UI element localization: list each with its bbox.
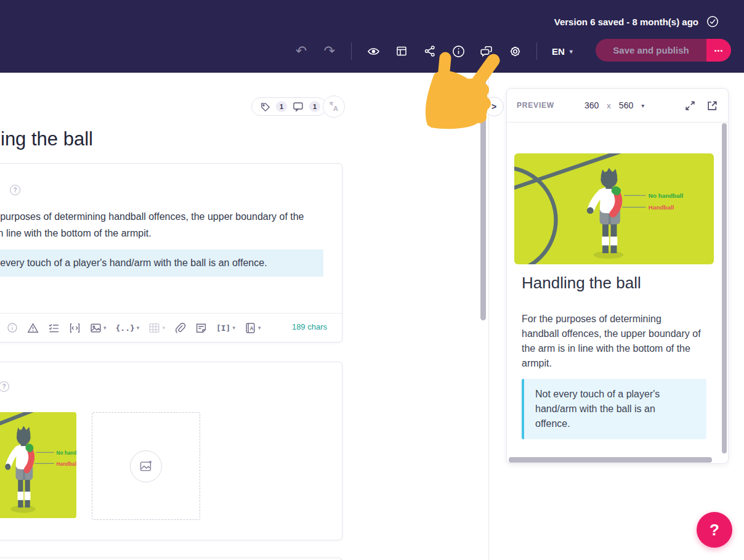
slide-paragraph: For the purposes of determining handball… [522,312,701,371]
character-count: 189 chars [292,322,327,331]
slide-meta-pill: 1 1 [251,97,327,116]
slide-callout-line: offence. [535,416,706,431]
text-block-card: ? For the purposes of determining handba… [0,163,342,343]
preview-size-selector[interactable]: 360 x 560 ▾ [584,100,644,110]
slide-paragraph-line: For the purposes of determining [522,312,701,327]
chevron-down-icon: ▾ [162,325,165,331]
toolbar-divider [536,43,537,60]
chevron-down-icon: ▾ [103,325,107,331]
preview-height: 560 [619,100,633,110]
redo-icon[interactable]: ↷ [323,44,336,58]
preview-horizontal-scrollbar[interactable] [509,457,712,463]
main-scrollbar[interactable] [480,76,486,320]
image-icon [139,460,153,473]
comment-icon[interactable] [291,100,305,113]
brackets-icon: [I] [216,323,230,333]
slide-image: No handball Handball [514,153,714,264]
checklist-icon[interactable] [48,322,60,334]
handball-label: Handball [649,204,674,211]
size-separator: x [607,101,611,110]
glossary-book-button[interactable]: A ▾ [245,322,261,334]
field-help-icon[interactable]: ? [0,381,9,392]
comments-icon[interactable] [480,44,493,58]
note-icon[interactable] [195,322,207,334]
translate-icon: A [333,105,338,112]
version-status: Version 6 saved - 8 month(s) ago [554,15,719,28]
chevron-down-icon: ▾ [570,48,573,55]
language-code: EN [552,46,565,57]
highlight-block[interactable]: Not every touch of a player's hand/arm w… [0,250,323,277]
image-upload-circle[interactable] [130,450,162,482]
more-actions-button[interactable]: ••• [706,39,731,62]
editor-footer-toolbar: ▾ {..} ▾ ▾ [I] ▾ A ▾ 18 [0,313,342,342]
warning-icon[interactable] [27,322,39,334]
chevron-right-icon: > [491,102,496,112]
slide-callout-line: hand/arm with the ball is an [535,402,706,416]
image-thumbnail[interactable]: No handball Handball [0,412,76,518]
slide-paragraph-line: the arm is in line with the bottom of th… [522,341,701,356]
version-status-text: Version 6 saved - 8 month(s) ago [554,17,698,27]
info-icon[interactable] [451,44,465,58]
toolbar-divider [351,43,352,60]
next-block-card-edge [0,558,342,560]
attachment-icon[interactable] [174,322,186,334]
comment-count-badge: 1 [309,101,320,112]
top-bar: Version 6 saved - 8 month(s) ago ↶ ↷ [0,0,744,73]
chevron-down-icon: ▾ [137,325,140,331]
chevron-down-icon: ▾ [232,325,235,331]
insert-image-button[interactable]: ▾ [90,322,107,334]
slide-callout: Not every touch of a player's hand/arm w… [522,379,706,439]
share-icon[interactable] [423,44,437,58]
glossary-letter: A [249,325,253,331]
braces-icon: {..} [116,323,135,333]
undo-icon[interactable]: ↶ [294,44,308,58]
chevron-down-icon: ▾ [641,102,644,109]
panel-divider [488,73,489,560]
tag-count-badge: 1 [276,101,287,112]
editor-paragraph[interactable]: For the purposes of determining handball… [0,208,304,241]
insert-table-button: ▾ [148,322,165,334]
info-circle-icon[interactable] [7,322,18,333]
no-handball-label: No handball [57,449,77,456]
preview-label: PREVIEW [517,101,554,110]
editor-paragraph-line: arm is in line with the bottom of the ar… [0,225,304,241]
handball-label: Handball [57,460,77,467]
expand-preview-button[interactable] [683,99,697,112]
insert-variable-button[interactable]: {..} ▾ [116,323,140,333]
add-image-placeholder[interactable] [92,412,200,520]
field-help-icon[interactable]: ? [10,185,20,195]
authoring-app: { "colors": { "topbar_bg": "#2a2450", "a… [0,0,744,560]
chevron-down-icon: ▾ [258,325,261,331]
preview-vertical-scrollbar[interactable] [722,123,727,453]
highlight-text: Not every touch of a player's hand/arm w… [0,258,267,269]
layout-icon[interactable] [395,44,408,58]
tag-icon[interactable] [258,100,272,113]
code-block-icon[interactable] [69,322,81,334]
slide-paragraph-line: handball offences, the upper boundary of [522,327,701,341]
no-handball-label: No handball [649,192,684,199]
slide-paragraph-line: armpit. [522,356,701,371]
preview-width: 360 [584,100,599,110]
preview-panel: PREVIEW 360 x 560 ▾ [506,88,729,464]
preview-header: PREVIEW 360 x 560 ▾ [507,89,728,123]
settings-gear-icon[interactable] [508,44,522,58]
save-and-publish-button[interactable]: Save and publish [596,39,706,62]
publish-button-group: Save and publish ••• [596,39,731,62]
image-block-card: ? No handball Handball [0,362,342,540]
help-question-mark: ? [710,521,719,540]
placeholder-brackets-button[interactable]: [I] ▾ [216,323,235,333]
editor-paragraph-line: For the purposes of determining handball… [0,208,304,225]
slide-title: Handling the ball [522,274,641,293]
preview-eye-icon[interactable] [366,44,380,58]
editor-toolbar: ↶ ↷ [294,39,573,63]
translate-button[interactable]: A [323,95,345,118]
open-in-new-tab-button[interactable] [705,99,719,112]
saved-check-icon [706,15,719,28]
collapse-preview-button[interactable]: > [484,97,504,116]
help-button[interactable]: ? [697,512,732,548]
language-selector[interactable]: EN ▾ [552,46,573,57]
slide-callout-line: Not every touch of a player's [535,387,706,402]
page-title: Handling the ball [0,128,93,150]
